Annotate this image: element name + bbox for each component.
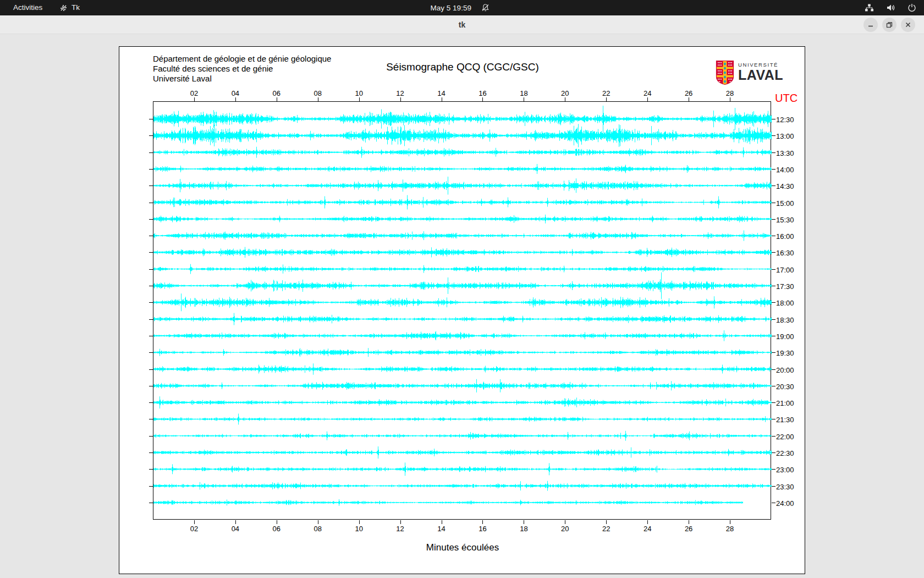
x-tick-top: [482, 97, 483, 101]
x-tick-label-bottom: 28: [726, 525, 734, 533]
restore-button[interactable]: [882, 18, 897, 32]
activities-button[interactable]: Activities: [13, 0, 42, 15]
x-tick-bottom: [482, 520, 483, 524]
trace-tick-left: [149, 369, 153, 370]
trace-tick-right: [772, 286, 776, 286]
x-tick-label-top: 06: [273, 89, 280, 97]
trace-tick-right: [772, 269, 776, 270]
trace-tick-right: [772, 169, 776, 170]
x-tick-label-top: 08: [314, 89, 321, 97]
trace-time-label: 19:30: [776, 349, 794, 357]
laval-logo: UNIVERSITÉ LAVAL: [716, 60, 783, 85]
x-tick-label-bottom: 24: [644, 525, 651, 533]
trace-tick-left: [149, 269, 153, 270]
x-tick-top: [277, 97, 277, 101]
trace-time-label: 20:00: [776, 366, 794, 374]
trace-tick-right: [772, 386, 776, 386]
trace-tick-right: [772, 236, 776, 236]
x-tick-label-bottom: 20: [561, 525, 569, 533]
trace-tick-left: [149, 336, 153, 336]
system-status-area[interactable]: [865, 0, 916, 15]
notifications-muted-icon: [481, 3, 490, 12]
x-tick-bottom: [442, 520, 442, 524]
trace-time-label: 13:00: [776, 132, 794, 140]
trace-tick-right: [772, 302, 776, 303]
power-icon: [908, 3, 916, 12]
trace-time-label: 18:00: [776, 299, 794, 307]
trace-time-label: 18:30: [776, 315, 794, 324]
trace-time-label: 22:30: [776, 449, 794, 457]
institution-line-3: Université Laval: [153, 74, 331, 84]
x-tick-label-bottom: 12: [396, 525, 404, 533]
x-tick-label-bottom: 26: [685, 525, 692, 533]
x-tick-bottom: [194, 520, 195, 524]
trace-tick-left: [149, 469, 153, 470]
x-tick-top: [359, 97, 360, 101]
trace-time-label: 19:00: [776, 332, 794, 340]
laval-logo-line2: LAVAL: [738, 67, 783, 83]
x-tick-top: [194, 97, 195, 101]
trace-time-label: 16:00: [776, 232, 794, 241]
x-tick-label-top: 16: [479, 89, 486, 97]
trace-tick-right: [772, 352, 776, 353]
seismograph-window: Département de géologie et de génie géol…: [119, 46, 805, 574]
x-tick-label-top: 12: [396, 89, 404, 97]
minimize-button[interactable]: [864, 18, 878, 32]
x-tick-label-bottom: 04: [232, 525, 239, 533]
x-tick-label-bottom: 10: [355, 525, 362, 533]
trace-tick-right: [772, 319, 776, 320]
trace-tick-left: [149, 436, 153, 437]
trace-tick-left: [149, 386, 153, 386]
trace-time-label: 13:30: [776, 149, 794, 157]
trace-tick-left: [149, 219, 153, 220]
x-tick-bottom: [647, 520, 648, 524]
laval-logo-text: UNIVERSITÉ LAVAL: [738, 60, 783, 83]
trace-tick-right: [772, 152, 776, 153]
trace-tick-right: [772, 135, 776, 136]
x-tick-bottom: [318, 520, 318, 524]
x-tick-bottom: [606, 520, 607, 524]
x-tick-label-top: 10: [355, 89, 362, 97]
x-tick-top: [565, 97, 565, 101]
trace-tick-left: [149, 286, 153, 286]
x-tick-label-top: 20: [561, 89, 569, 97]
x-tick-top: [730, 97, 730, 101]
x-tick-label-top: 28: [726, 89, 734, 97]
trace-time-label: 14:00: [776, 165, 794, 173]
close-icon: [905, 21, 911, 28]
trace-tick-left: [149, 319, 153, 320]
trace-tick-left: [149, 452, 153, 453]
x-tick-bottom: [730, 520, 730, 524]
trace-tick-left: [149, 486, 153, 487]
desktop: Activities Tk May 5 19:59: [0, 0, 924, 578]
x-tick-label-top: 02: [190, 89, 198, 97]
trace-tick-left: [149, 236, 153, 236]
trace-tick-right: [772, 369, 776, 370]
x-tick-label-bottom: 14: [437, 525, 445, 533]
x-tick-top: [400, 97, 401, 101]
x-tick-label-top: 04: [232, 89, 239, 97]
trace-tick-right: [772, 503, 776, 503]
app-indicator[interactable]: Tk: [59, 0, 80, 15]
x-tick-top: [524, 97, 524, 101]
trace-tick-right: [772, 119, 776, 119]
x-tick-top: [318, 97, 318, 101]
x-tick-bottom: [689, 520, 689, 524]
trace-tick-left: [149, 302, 153, 303]
chart-title: Séismographe QCQ (CGC/GSC): [119, 61, 806, 73]
x-tick-bottom: [565, 520, 565, 524]
x-tick-bottom: [524, 520, 524, 524]
x-tick-label-bottom: 22: [602, 525, 610, 533]
trace-tick-left: [149, 402, 153, 403]
trace-time-label: 21:00: [776, 399, 794, 407]
trace-time-label: 23:30: [776, 482, 794, 490]
clock-menu[interactable]: May 5 19:59: [431, 0, 490, 15]
trace-tick-right: [772, 436, 776, 437]
x-tick-bottom: [277, 520, 277, 524]
x-tick-label-bottom: 18: [520, 525, 527, 533]
x-tick-label-top: 14: [437, 89, 445, 97]
trace-tick-right: [772, 186, 776, 186]
close-button[interactable]: [901, 18, 915, 32]
trace-time-label: 16:30: [776, 249, 794, 257]
restore-icon: [886, 21, 893, 28]
